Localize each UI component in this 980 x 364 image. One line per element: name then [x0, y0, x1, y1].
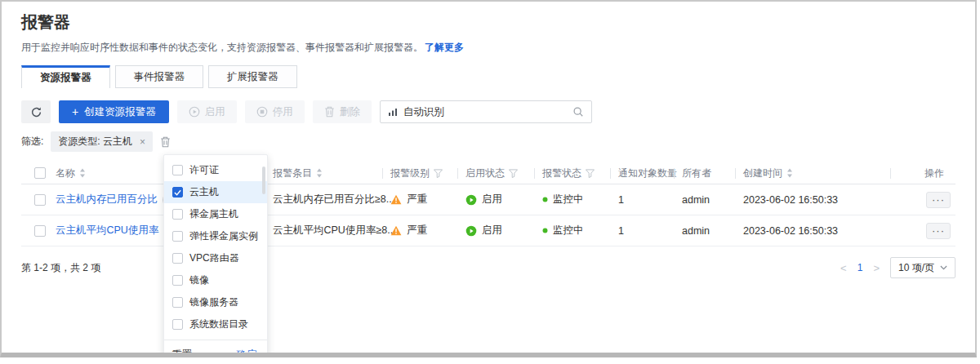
more-actions-button[interactable]: ···	[926, 223, 951, 239]
play-circle-icon	[189, 106, 200, 118]
search-icon[interactable]	[572, 106, 584, 118]
alarm-page: 报警器 用于监控并响应时序性数据和事件的状态变化，支持资源报警器、事件报警器和扩…	[2, 2, 975, 353]
disable-button[interactable]: 停用	[245, 100, 305, 123]
enabled-text: 启用	[482, 224, 502, 237]
col-alarm-state[interactable]: 报警状态	[534, 162, 610, 184]
row-entry-cell: 云主机平均CPU使用率≥8...	[265, 224, 382, 237]
filter-funnel-icon[interactable]	[434, 169, 443, 178]
search-value: 自动识别	[403, 105, 567, 119]
row-enabled-cell: 启用	[457, 193, 534, 206]
dropdown-option-vm[interactable]: 云主机	[164, 181, 267, 203]
row-action-cell: ···	[890, 192, 956, 208]
severity-warning-icon	[390, 225, 402, 236]
search-input[interactable]: 自动识别	[380, 100, 592, 123]
items-summary: 第 1-2 项，共 2 项	[21, 261, 100, 275]
status-text: 监控中	[553, 224, 584, 237]
status-dot-icon	[542, 228, 548, 233]
tab-event-alarm[interactable]: 事件报警器	[115, 65, 204, 88]
status-dot-icon	[542, 197, 548, 202]
enable-button[interactable]: 启用	[177, 100, 237, 123]
col-create-time[interactable]: 创建时间	[735, 162, 890, 184]
delete-button[interactable]: 删除	[313, 100, 372, 123]
refresh-icon	[30, 106, 42, 118]
checkbox-unchecked[interactable]	[172, 275, 183, 286]
status-text: 监控中	[553, 193, 584, 206]
dropdown-option-baremetal-host[interactable]: 裸金属主机	[164, 203, 267, 225]
enabled-text: 启用	[482, 193, 502, 206]
chevron-down-icon	[940, 265, 947, 270]
row-checkbox[interactable]	[34, 225, 46, 237]
row-entry-cell: 云主机内存已用百分比≥8...	[265, 193, 382, 206]
row-checkbox-cell	[21, 225, 47, 237]
checkbox-checked[interactable]	[172, 187, 183, 198]
table-row: 云主机平均CPU使用率 默 云主机平均CPU使用率≥8... 严重 启用 监控中	[21, 215, 956, 246]
level-text: 严重	[407, 224, 427, 237]
filter-tag-close-icon[interactable]: ×	[140, 137, 145, 147]
checkbox-unchecked[interactable]	[172, 297, 183, 308]
filter-funnel-icon[interactable]	[586, 169, 595, 178]
select-all-checkbox[interactable]	[34, 167, 46, 179]
tab-bar: 资源报警器 事件报警器 扩展报警器	[2, 65, 975, 88]
more-actions-button[interactable]: ···	[926, 192, 951, 208]
sort-icon[interactable]	[79, 168, 86, 178]
row-action-cell: ···	[890, 223, 956, 239]
sort-icon[interactable]	[316, 168, 323, 178]
learn-more-link[interactable]: 了解更多	[425, 42, 464, 53]
disable-label: 停用	[273, 105, 293, 119]
dropdown-option-system-data-catalog[interactable]: 系统数据目录	[164, 313, 267, 335]
page-header: 报警器 用于监控并响应时序性数据和事件的状态变化，支持资源报警器、事件报警器和扩…	[2, 2, 975, 55]
checkbox-unchecked[interactable]	[172, 165, 183, 175]
row-checkbox[interactable]	[34, 194, 46, 206]
reset-button[interactable]: 重置	[172, 348, 192, 353]
dropdown-option-vpc-router[interactable]: VPC路由器	[164, 247, 267, 269]
page-size-select[interactable]: 10 项/页	[890, 257, 956, 278]
filter-tag[interactable]: 资源类型: 云主机 ×	[51, 131, 153, 152]
plus-icon: +	[72, 106, 78, 118]
alarm-name-link[interactable]: 云主机内存已用百分比	[56, 193, 158, 206]
next-page-button[interactable]: >	[873, 262, 880, 274]
tab-extension-alarm[interactable]: 扩展报警器	[208, 65, 297, 88]
dropdown-option-image-server[interactable]: 镜像服务器	[164, 291, 267, 313]
checkbox-unchecked[interactable]	[172, 253, 183, 264]
create-alarm-label: 创建资源报警器	[84, 105, 156, 119]
create-alarm-button[interactable]: + 创建资源报警器	[59, 100, 169, 123]
table-footer: 第 1-2 项，共 2 项 < 1 > 10 项/页	[2, 246, 975, 278]
alarm-name-link[interactable]: 云主机平均CPU使用率	[56, 224, 158, 237]
trash-icon	[324, 106, 335, 118]
table-row: 云主机内存已用百分比 默 云主机内存已用百分比≥8... 严重 启用 监控中	[21, 184, 956, 215]
checkbox-unchecked[interactable]	[172, 319, 183, 330]
col-name[interactable]: 名称	[47, 162, 170, 184]
page-number[interactable]: 1	[858, 262, 863, 273]
filter-funnel-icon[interactable]	[509, 169, 518, 178]
level-text: 严重	[407, 193, 427, 206]
toolbar: + 创建资源报警器 启用 停用 删除 自动识别	[2, 100, 975, 123]
enabled-play-icon	[466, 194, 477, 206]
dropdown-option-license[interactable]: 许可证	[164, 159, 267, 181]
col-alarm-level[interactable]: 报警级别	[382, 162, 457, 184]
refresh-button[interactable]	[21, 100, 51, 123]
sort-icon[interactable]	[786, 168, 793, 178]
row-status-cell: 监控中	[534, 224, 610, 237]
dropdown-footer: 重置 确定	[164, 340, 267, 353]
col-alarm-entry[interactable]: 报警条目	[265, 162, 382, 184]
tab-resource-alarm[interactable]: 资源报警器	[21, 65, 110, 88]
row-name-cell: 云主机内存已用百分比 默	[47, 193, 170, 207]
prev-page-button[interactable]: <	[840, 262, 847, 274]
page-size-value: 10 项/页	[898, 261, 934, 275]
checkbox-unchecked[interactable]	[172, 209, 183, 220]
filter-tag-text: 资源类型: 云主机	[58, 135, 132, 149]
dropdown-option-elastic-baremetal[interactable]: 弹性裸金属实例	[164, 225, 267, 247]
row-level-cell: 严重	[382, 193, 457, 206]
filter-label: 筛选:	[21, 135, 43, 149]
col-enable-state[interactable]: 启用状态	[457, 162, 534, 184]
row-enabled-cell: 启用	[457, 224, 534, 237]
resource-type-filter-dropdown: 许可证 云主机 裸金属主机 弹性裸金属实例 VPC路由器 镜像 镜像服务器	[163, 154, 268, 353]
enabled-play-icon	[466, 225, 477, 237]
window-frame: 报警器 用于监控并响应时序性数据和事件的状态变化，支持资源报警器、事件报警器和扩…	[0, 0, 977, 357]
clear-filters-trash-icon[interactable]	[160, 136, 171, 148]
delete-label: 删除	[340, 105, 360, 119]
dropdown-option-image[interactable]: 镜像	[164, 269, 267, 291]
dropdown-scrollbar[interactable]	[262, 166, 265, 194]
confirm-button[interactable]: 确定	[236, 348, 259, 353]
checkbox-unchecked[interactable]	[172, 231, 183, 242]
